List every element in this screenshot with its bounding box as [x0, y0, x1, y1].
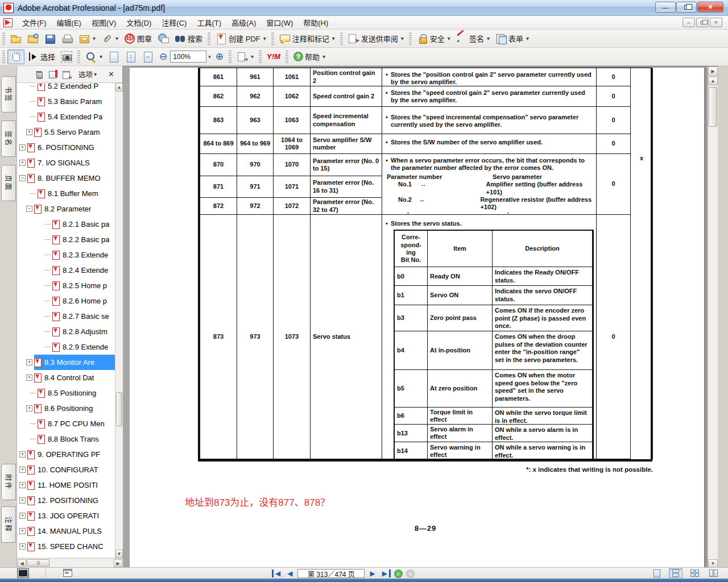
bookmark-8-2[interactable]: −8.2 Parameter	[17, 201, 115, 217]
expand-icon[interactable]: +	[19, 482, 26, 488]
zoom-level-input[interactable]	[170, 51, 206, 63]
scroll-down-icon[interactable]: ▼	[708, 559, 718, 568]
doc-close-button[interactable]: ×	[710, 18, 722, 27]
bookmark-8-2-4[interactable]: 8.2.4 Extende	[17, 263, 115, 278]
bookmark-6[interactable]: +6. POSITIONING	[17, 140, 115, 155]
bookmark-8-2-1[interactable]: 8.2.1 Basic pa	[17, 217, 115, 232]
page-display-button[interactable]	[234, 49, 257, 64]
actual-size-button[interactable]	[105, 49, 122, 64]
yahoo-messenger-button[interactable]: Y!M	[264, 49, 283, 64]
bookmark-9[interactable]: +9. OPERATING PF	[17, 447, 115, 462]
menu-advanced[interactable]: 高级(A)	[226, 15, 261, 30]
bookmark-8-7[interactable]: 8.7 PC CPU Men	[17, 416, 115, 431]
facing-layout-icon[interactable]	[706, 568, 720, 578]
zoom-dropdown-arrow-icon[interactable]: ▾	[206, 54, 213, 60]
bookmarks-hscrollbar[interactable]: ◀ ▶	[17, 558, 123, 567]
previous-page-icon[interactable]: ◀	[286, 569, 294, 577]
expand-icon[interactable]: +	[26, 129, 32, 135]
expand-icon[interactable]: +	[19, 144, 26, 151]
previous-view-icon[interactable]: ←	[394, 569, 403, 578]
zoom-tool-button[interactable]	[82, 49, 105, 64]
save-button[interactable]	[42, 31, 59, 46]
menu-file[interactable]: 文件(F)	[17, 15, 52, 30]
single-page-layout-icon[interactable]	[650, 568, 664, 578]
scroll-left-icon[interactable]: ◀	[18, 559, 26, 567]
tab-pages[interactable]: 页面	[1, 165, 16, 201]
scroll-up-icon[interactable]: ▲	[115, 83, 123, 92]
comment-markup-button[interactable]: 注释和标记	[276, 31, 338, 46]
organizer-button[interactable]	[76, 31, 98, 46]
print-button[interactable]	[59, 31, 76, 46]
bookmark-8-1[interactable]: 8.1 Buffer Mem	[17, 186, 115, 201]
page-number-field[interactable]: 第 313／474 页	[297, 569, 365, 578]
bookmark-8[interactable]: −8. BUFFER MEMO	[17, 171, 115, 186]
last-page-icon[interactable]: ▶	[380, 569, 391, 577]
continuous-layout-icon[interactable]	[669, 568, 682, 578]
collapse-icon[interactable]: −	[19, 175, 26, 181]
bookmark-8-8[interactable]: 8.8 Block Trans	[17, 431, 115, 447]
bookmarks-options-button[interactable]: 选项	[78, 69, 97, 80]
bookmark-15[interactable]: +15. SPEED CHANC	[17, 539, 115, 554]
minimize-button[interactable]: —	[655, 2, 676, 13]
close-panel-icon[interactable]: ✕	[108, 70, 114, 78]
fit-page-button[interactable]: ↕	[122, 49, 139, 64]
forms-button[interactable]: 表单	[493, 31, 532, 46]
bookmark-5-4[interactable]: 5.4 Extended Pa	[17, 109, 115, 124]
continuous-facing-layout-icon[interactable]	[688, 568, 701, 578]
expand-icon[interactable]: +	[19, 497, 26, 504]
bookmark-8-4[interactable]: +8.4 Control Dat	[17, 370, 115, 385]
bookmark-13[interactable]: +13. JOG OPERATI	[17, 508, 115, 523]
create-pdf-button[interactable]: 创建 PDF	[213, 31, 269, 46]
send-review-button[interactable]: 发送供审阅	[345, 31, 407, 46]
bookmark-12[interactable]: +12. POSITIONING	[17, 493, 115, 508]
bookmark-14[interactable]: +14. MANUAL PULS	[17, 523, 115, 539]
first-page-icon[interactable]: ◀	[272, 569, 282, 577]
expand-icon[interactable]: +	[26, 359, 32, 365]
expand-icon[interactable]: +	[26, 375, 32, 381]
scroll-right-icon[interactable]: ▶	[114, 559, 122, 567]
expand-icon[interactable]: +	[19, 513, 26, 519]
secure-button[interactable]: 安全	[414, 31, 453, 46]
bookmark-8-2-6[interactable]: 8.2.6 Home p	[17, 293, 115, 309]
open-button[interactable]	[7, 31, 24, 46]
expand-icon[interactable]: +	[19, 543, 26, 550]
delete-bookmark-icon[interactable]	[34, 69, 44, 80]
expand-icon[interactable]: +	[19, 528, 26, 534]
bookmark-8-2-9[interactable]: 8.2.9 Extende	[17, 339, 115, 355]
menu-view[interactable]: 视图(V)	[86, 15, 121, 30]
expand-current-bookmark-icon[interactable]	[48, 69, 58, 80]
expand-icon[interactable]: +	[19, 160, 26, 166]
select-tool-button[interactable]: 选择	[24, 49, 58, 64]
hscrollbar-thumb[interactable]	[27, 559, 49, 567]
tab-signatures[interactable]: 签名	[1, 120, 16, 157]
sign-button[interactable]: 签名	[453, 31, 493, 46]
bookmark-8-2-2[interactable]: 8.2.2 Basic pa	[17, 232, 115, 247]
tab-comments[interactable]: 注释	[1, 506, 16, 543]
bookmark-11[interactable]: +11. HOME POSITI	[17, 477, 115, 493]
attach-button[interactable]	[98, 31, 121, 46]
scroll-up-icon[interactable]: ▲	[708, 77, 718, 85]
bookmark-5-2[interactable]: 5.2 Extended P	[17, 83, 115, 94]
zoom-out-button[interactable]: ⊖	[156, 49, 170, 64]
expand-icon[interactable]: +	[19, 467, 26, 473]
bookmark-8-6[interactable]: +8.6 Positioning	[17, 401, 115, 416]
bookmarks-scrollbar[interactable]: ▲ ▼	[115, 83, 123, 558]
new-bookmark-icon[interactable]	[61, 69, 72, 80]
bookmark-5-5[interactable]: +5.5 Servo Param	[17, 124, 115, 140]
bookmark-8-5[interactable]: 8.5 Positioning	[17, 385, 115, 401]
search-button[interactable]: 搜索	[172, 31, 205, 46]
close-button[interactable]: ✕	[697, 2, 723, 13]
bookmark-8-3-selected[interactable]: +8.3 Monitor Are	[17, 355, 115, 370]
menu-window[interactable]: 窗口(W)	[261, 15, 298, 30]
expand-icon[interactable]: +	[19, 451, 26, 458]
menu-edit[interactable]: 编辑(E)	[52, 15, 86, 30]
stamp-button[interactable]: 印 图章	[121, 31, 155, 46]
bookmark-8-2-3[interactable]: 8.2.3 Extende	[17, 247, 115, 263]
doc-minimize-button[interactable]: –	[682, 18, 695, 27]
fit-width-button[interactable]: ↔	[139, 49, 156, 64]
email-button[interactable]	[155, 31, 172, 46]
screen-mode-icon[interactable]	[17, 569, 28, 577]
window-mode-icon[interactable]	[62, 569, 73, 577]
zoom-in-button[interactable]: ⊕	[213, 49, 226, 64]
bookmark-8-2-5[interactable]: 8.2.5 Home p	[17, 278, 115, 293]
